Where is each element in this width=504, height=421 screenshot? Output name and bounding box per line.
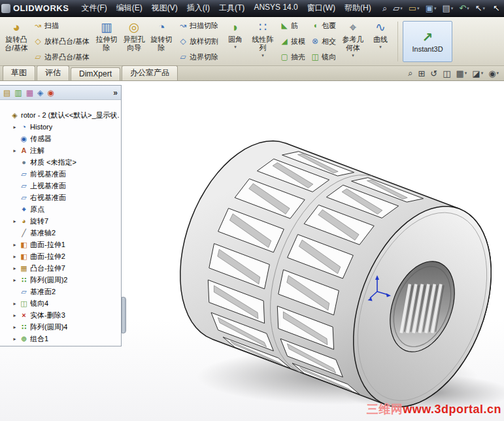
draft-button[interactable]: ◢ 拔模 xyxy=(280,37,305,46)
display-style-icon[interactable]: ◪ ▾ xyxy=(472,69,483,78)
search-icon[interactable]: ⌕ xyxy=(380,3,390,14)
extruded-cut-button[interactable]: ▥ 拉伸切 除 xyxy=(93,18,120,65)
revolve-icon: ◕ xyxy=(12,20,20,35)
rotor-model-canvas[interactable] xyxy=(122,81,504,421)
reference-geometry-button[interactable]: ⌖ 参考几 何体 ▾ xyxy=(339,18,367,65)
menu-insert[interactable]: 插入(I) xyxy=(182,0,214,16)
expand-arrow-icon[interactable]: ▸ xyxy=(12,277,18,283)
tree-item[interactable]: ⌖ 原点 xyxy=(1,203,120,215)
undo-icon[interactable]: ↶ ▾ xyxy=(456,3,471,14)
lofted-cut-button[interactable]: ◇ 放样切割 xyxy=(178,37,218,46)
tab-office-products[interactable]: 办公室产品 xyxy=(122,65,178,80)
expand-arrow-icon[interactable]: ▸ xyxy=(12,242,18,248)
tree-item[interactable]: ▸ ∷ 阵列(圆周)4 xyxy=(1,321,120,333)
tree-item[interactable]: ▸ ◧ 曲面-拉伸1 xyxy=(1,239,120,250)
view-orientation-icon[interactable]: ▦ ▾ xyxy=(456,69,467,78)
revolved-cut-button[interactable]: ◔ 旋转切 除 xyxy=(148,18,175,65)
tree-item[interactable]: ▱ 基准面2 xyxy=(1,286,120,297)
expand-arrow-icon[interactable]: ▸ xyxy=(12,312,18,318)
logo-text: OLIDWORKS xyxy=(13,3,69,13)
save-icon[interactable]: ▣ ▾ xyxy=(423,3,439,14)
propertymanager-tab-icon[interactable]: ▥ xyxy=(14,88,22,97)
configurationmanager-tab-icon[interactable]: ▦ xyxy=(26,88,33,97)
sweep-icon: ↝ xyxy=(33,22,42,30)
tree-item[interactable]: ▸ A 注解 xyxy=(1,144,120,156)
expand-arrow-icon[interactable]: ▸ xyxy=(12,265,18,271)
wrap-button[interactable]: ◖ 包覆 xyxy=(311,22,336,30)
surface-extrude-icon: ◧ xyxy=(20,252,28,261)
lofted-boss-base-button[interactable]: ◇ 放样凸台/基体 xyxy=(33,37,90,46)
expand-arrow-icon[interactable]: ▸ xyxy=(12,148,18,154)
panel-overflow-icon[interactable]: » xyxy=(113,88,118,97)
fillet-button[interactable]: ◗ 圆角 ▾ xyxy=(222,18,249,65)
revolved-cut-icon: ◔ xyxy=(158,20,165,35)
hide-show-items-icon[interactable]: ◉ ▾ xyxy=(488,69,499,78)
tree-item[interactable]: ◈ rotor - 2 (默认<<默认>_显示状... xyxy=(1,109,120,121)
tree-item[interactable]: ▸ ◔ History xyxy=(1,121,120,133)
expand-arrow-icon[interactable]: ▸ xyxy=(12,254,18,260)
tree-item[interactable]: ▱ 右视基准面 xyxy=(1,192,120,203)
instant3d-button[interactable]: ↗ Instant3D xyxy=(403,21,452,62)
expand-arrow-icon[interactable]: ▸ xyxy=(12,301,18,307)
print-icon[interactable]: ▤ ▾ xyxy=(439,3,456,14)
menu-tools[interactable]: 工具(T) xyxy=(214,0,249,16)
menu-file[interactable]: 文件(F) xyxy=(76,0,111,16)
tab-evaluate[interactable]: 评估 xyxy=(37,65,69,80)
menu-edit[interactable]: 编辑(E) xyxy=(112,0,147,16)
rib-button[interactable]: ◣ 筋 xyxy=(280,22,305,30)
linear-pattern-icon: ∷ xyxy=(259,20,267,35)
linear-pattern-button[interactable]: ∷ 线性阵 列 ▾ xyxy=(249,18,277,65)
tree-item[interactable]: ▱ 前视基准面 xyxy=(1,168,120,180)
expand-arrow-icon[interactable]: ▸ xyxy=(12,218,18,224)
tree-item[interactable]: ▱ 上视基准面 xyxy=(1,180,120,192)
dimxpertmanager-tab-icon[interactable]: ◈ xyxy=(37,88,43,97)
tree-item[interactable]: ▸ ∷ 阵列(圆周)2 xyxy=(1,274,120,286)
open-icon[interactable]: ▭ ▾ xyxy=(406,3,422,14)
menu-view[interactable]: 视图(V) xyxy=(147,0,182,16)
tree-item[interactable]: ● 材质 <未指定> xyxy=(1,156,120,168)
expand-arrow-icon[interactable]: ▸ xyxy=(12,324,18,330)
tree-item-label: 右视基准面 xyxy=(30,193,66,203)
mirror-button[interactable]: ◫ 镜向 xyxy=(311,53,336,61)
tree-item[interactable]: ▸ ◧ 曲面-拉伸2 xyxy=(1,250,120,262)
tree-item[interactable]: ◉ 传感器 xyxy=(1,133,120,144)
zoom-area-icon[interactable]: ⊞ xyxy=(418,69,425,78)
hole-wizard-icon: ◎ xyxy=(129,20,140,35)
select-icon[interactable]: ↖ ▾ xyxy=(473,3,488,14)
curves-button[interactable]: ∿ 曲线 ▾ xyxy=(367,18,394,65)
boundary-boss-base-button[interactable]: ▱ 边界凸台/基体 xyxy=(33,53,90,61)
featuremanager-tab-icon[interactable]: ▤ xyxy=(3,88,10,97)
tab-dimxpert[interactable]: DimXpert xyxy=(71,67,120,80)
new-document-icon[interactable]: ▱ ▾ xyxy=(390,3,405,14)
menu-help[interactable]: 帮助(H) xyxy=(340,0,376,16)
zoom-fit-icon[interactable]: ⌕ xyxy=(408,68,412,78)
feature-tree: ◈ rotor - 2 (默认<<默认>_显示状... ▸ ◔ History … xyxy=(0,100,121,347)
top-plane-icon: ▱ xyxy=(20,182,28,190)
shell-icon: ▢ xyxy=(280,53,289,61)
swept-cut-button[interactable]: ↝ 扫描切除 xyxy=(178,22,218,30)
menu-ansys[interactable]: ANSYS 14.0 xyxy=(249,0,302,16)
swept-boss-base-button[interactable]: ↝ 扫描 xyxy=(33,22,90,30)
tab-sketch[interactable]: 草图 xyxy=(3,65,35,80)
ribbon-separator xyxy=(397,22,398,61)
displaymanager-tab-icon[interactable]: ◉ xyxy=(47,88,54,97)
tree-item[interactable]: ▸ ◫ 镜向4 xyxy=(1,297,120,309)
watermark-site-url: www.3dportal.cn xyxy=(403,403,501,416)
hole-wizard-button[interactable]: ◎ 异型孔 向导 xyxy=(120,18,148,65)
boundary-cut-button[interactable]: ▱ 边界切除 xyxy=(178,53,218,61)
menu-window[interactable]: 窗口(W) xyxy=(303,0,340,16)
expand-arrow-icon[interactable]: ▸ xyxy=(12,336,18,342)
intersect-button[interactable]: ⊗ 相交 xyxy=(311,37,336,46)
previous-view-icon[interactable]: ↺ xyxy=(430,69,437,78)
tree-item[interactable]: ▸ × 实体-删除3 xyxy=(1,309,120,321)
tree-item[interactable]: ╱ 基准轴2 xyxy=(1,227,120,239)
expand-arrow-icon[interactable]: ▸ xyxy=(12,124,18,130)
tree-item[interactable]: ▸ ▦ 凸台-拉伸7 xyxy=(1,262,120,274)
section-view-icon[interactable]: ◫ xyxy=(443,69,450,78)
tree-item[interactable]: ▸ ⊕ 组合1 xyxy=(1,333,120,345)
shell-button[interactable]: ▢ 抽壳 xyxy=(280,53,305,61)
revolved-boss-base-button[interactable]: ◕ 旋转凸 台/基体 xyxy=(3,18,30,65)
sensors-icon: ◉ xyxy=(20,135,28,143)
tree-item[interactable]: ▸ ◕ 旋转7 xyxy=(1,215,120,227)
panel-splitter[interactable] xyxy=(122,297,126,333)
